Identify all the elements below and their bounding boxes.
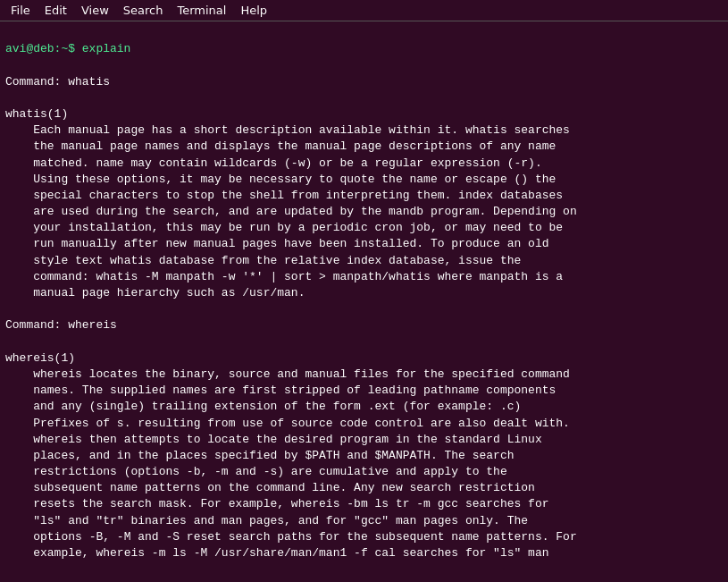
menu-edit[interactable]: Edit — [38, 2, 74, 19]
menu-help[interactable]: Help — [233, 2, 274, 19]
menu-terminal[interactable]: Terminal — [170, 2, 233, 19]
menu-bar: File Edit View Search Terminal Help — [0, 0, 728, 21]
terminal-output: avi@deb:~$ explain Command: whatis whati… — [0, 21, 728, 582]
menu-file[interactable]: File — [4, 2, 38, 19]
prompt-line: avi@deb:~$ explain — [5, 42, 130, 55]
menu-view[interactable]: View — [74, 2, 116, 19]
menu-search[interactable]: Search — [116, 2, 171, 19]
terminal-text: Command: whatis whatis(1) Each manual pa… — [5, 75, 577, 560]
